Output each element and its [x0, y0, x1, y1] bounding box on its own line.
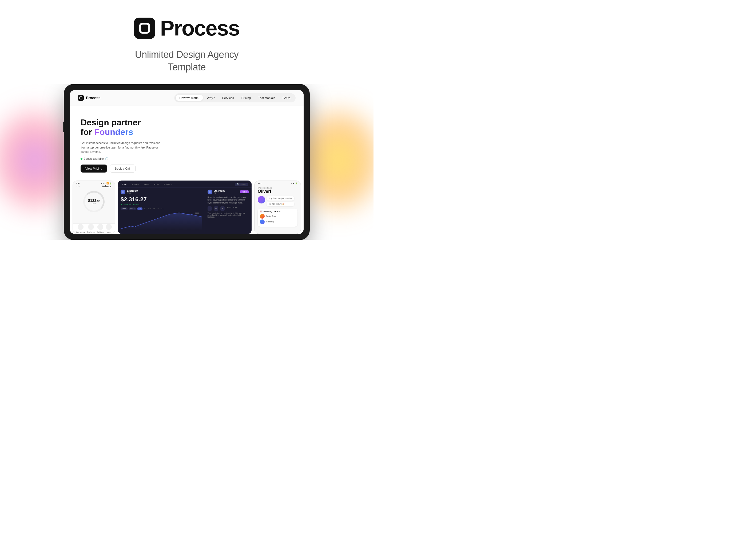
price-chart: 2,330	[121, 211, 202, 230]
header-section: Process Unlimited Design Agency Template	[0, 0, 374, 84]
chat-bubble-2: our new feature 🎉	[266, 202, 294, 206]
tab-exchange[interactable]: Exchange	[87, 224, 95, 233]
svg-text:2,330: 2,330	[195, 212, 199, 214]
hero-description: Get instant access to unlimited design r…	[81, 141, 163, 154]
action-icon-3[interactable]: ★	[221, 206, 225, 211]
trending-avatar-2	[260, 219, 265, 224]
app-status-bar: 9:41 ▲▲ 🔋	[255, 181, 301, 185]
trending-item-1[interactable]: Design Team	[260, 214, 295, 219]
crypto-nav-analytics[interactable]: Analytics	[162, 183, 173, 186]
book-call-button[interactable]: Book a Call	[110, 164, 135, 172]
crypto-main: Ξ Ethereum ETH $2,316.27 ▲ +$78.58 (3.46…	[118, 187, 252, 233]
trending-avatar-1	[260, 214, 265, 219]
app-mockup-right: 9:41 ▲▲ 🔋 Welcome back, Oliver! Hey Oliv…	[254, 181, 301, 234]
coin-header-row: Ξ Ethereum ETH	[121, 190, 202, 194]
nav-link-testimonials[interactable]: Testimonials	[255, 95, 279, 101]
phone-balance-display: $122.92 USD	[73, 189, 115, 215]
trending-title: 📈 Trending Groups	[260, 210, 295, 213]
action-icon-1[interactable]: ♡	[208, 206, 212, 211]
hero-section: Design partner for Founders Get instant …	[70, 106, 304, 181]
hero-buttons: View Pricing Book a Call	[81, 164, 293, 172]
process-logo-icon	[134, 18, 155, 39]
tablet-side-button	[63, 122, 64, 132]
site-nav: Process How we work? Why? Services Prici…	[70, 90, 304, 106]
eth-icon-right: Ξ	[208, 190, 212, 194]
nav-logo-text: Process	[86, 96, 100, 100]
welcome-name: Oliver!	[258, 189, 298, 194]
crypto-mockup: Chart Markets News About Analytics 🔍 Sea…	[118, 181, 252, 234]
crypto-nav-markets[interactable]: Markets	[131, 183, 140, 186]
follow-button[interactable]: Follow	[240, 190, 249, 193]
nav-link-services[interactable]: Services	[218, 95, 238, 101]
site-nav-logo: Process	[78, 95, 100, 101]
settings-icon	[97, 224, 103, 230]
crypto-nav-chart[interactable]: Chart	[121, 183, 128, 186]
chat-bubble-1: Hey Oliver, we just launched	[266, 196, 294, 201]
crypto-search[interactable]: 🔍 Search	[235, 183, 248, 186]
phone-circle-gauge: $122.92 USD	[83, 191, 105, 212]
nav-links: How we work? Why? Services Pricing Testi…	[174, 93, 296, 102]
crypto-timeframes: Price USD 1H 1D 1W 1M 1Y ALL	[121, 208, 202, 210]
tablet-screen: Process How we work? Why? Services Prici…	[70, 90, 304, 234]
mockup-row: 9:41 ▲▲▲ 📶 🔋 LG Balance $122.92 USD	[70, 181, 304, 234]
tab-more[interactable]: More	[106, 224, 112, 233]
hero-title-highlight: Founders	[95, 127, 133, 137]
coin-change: ▲ +$78.58 (3.46%)	[121, 204, 202, 206]
subtitle: Unlimited Design Agency Template	[5, 49, 368, 74]
add-money-icon	[78, 224, 83, 230]
crypto-disclaimer: Your crypto journey just got better! Beh…	[208, 212, 249, 218]
phone-mockup-left: 9:41 ▲▲▲ 📶 🔋 LG Balance $122.92 USD	[73, 181, 115, 234]
coin-price: $2,316.27	[121, 196, 202, 203]
nav-link-pricing[interactable]: Pricing	[238, 95, 255, 101]
phone-tab-bar: Add money Exchange Settings More	[73, 223, 115, 234]
exchange-icon	[88, 224, 94, 230]
crypto-nav-about[interactable]: About	[153, 183, 160, 186]
tablet-frame: Process How we work? Why? Services Prici…	[64, 84, 309, 240]
logo-row: Process	[5, 16, 368, 41]
tab-add-money[interactable]: Add money	[76, 224, 85, 233]
crypto-nav: Chart Markets News About Analytics 🔍 Sea…	[118, 181, 252, 187]
app-content: Welcome back, Oliver! Hey Oliver, we jus…	[255, 185, 301, 228]
trending-section: 📈 Trending Groups Design Team Marketing	[258, 209, 298, 227]
crypto-left-panel: Ξ Ethereum ETH $2,316.27 ▲ +$78.58 (3.46…	[118, 187, 205, 233]
crypto-action-buttons: ♡ ↩ ★ 4 · 29 · ▲ 44	[208, 206, 249, 211]
hero-badge: 2 spots available 🕐	[81, 157, 293, 160]
more-icon	[106, 224, 112, 230]
view-pricing-button[interactable]: View Pricing	[81, 164, 107, 172]
nav-link-how[interactable]: How we work?	[176, 95, 203, 101]
availability-dot	[81, 158, 82, 160]
trending-item-2[interactable]: Marketing	[260, 219, 295, 224]
chat-bubble-area: Hey Oliver, we just launched our new fea…	[258, 196, 298, 206]
device-section: Process How we work? Why? Services Prici…	[0, 84, 374, 240]
phone-status-bar: 9:41 ▲▲▲ 📶 🔋	[73, 181, 115, 185]
crypto-description: Seize the ideal moment to establish your…	[208, 196, 249, 205]
nav-link-faqs[interactable]: FAQs	[279, 95, 294, 101]
crypto-right-coin-row: Ξ Ethereum ETH Follow	[208, 190, 249, 194]
action-icon-2[interactable]: ↩	[214, 206, 218, 211]
chat-avatar	[258, 196, 265, 204]
chat-bubbles: Hey Oliver, we just launched our new fea…	[266, 196, 294, 206]
nav-link-why[interactable]: Why?	[203, 95, 218, 101]
welcome-text: Welcome back,	[258, 187, 298, 189]
logo-text: Process	[160, 16, 239, 41]
crypto-nav-news[interactable]: News	[143, 183, 150, 186]
crypto-right-panel: Ξ Ethereum ETH Follow Seize the ideal mo…	[205, 187, 252, 233]
svg-rect-3	[141, 25, 148, 32]
tab-settings[interactable]: Settings	[97, 224, 104, 233]
eth-icon: Ξ	[121, 190, 125, 194]
hero-title: Design partner for Founders	[81, 117, 293, 137]
svg-rect-7	[80, 97, 82, 99]
nav-logo-icon	[78, 95, 84, 101]
